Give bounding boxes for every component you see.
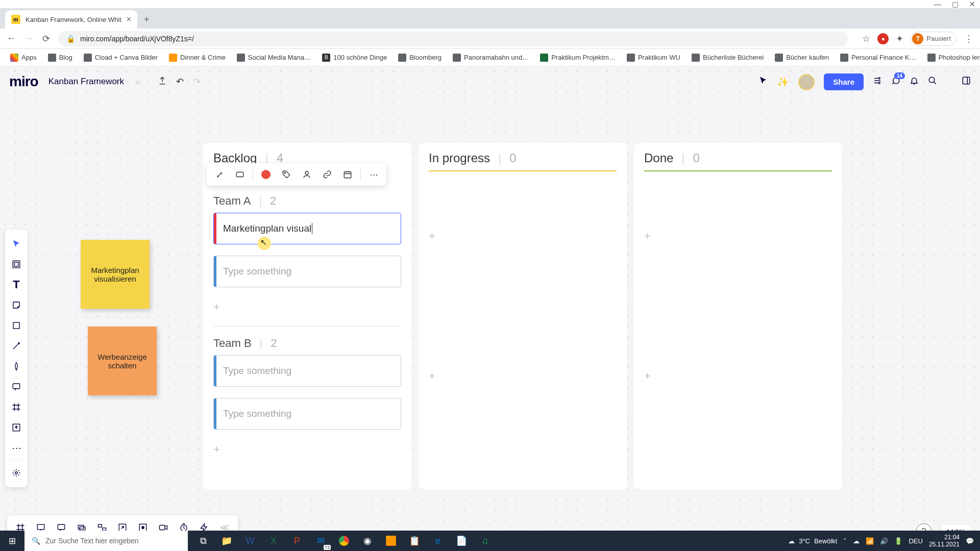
text-tool[interactable]: T (5, 274, 28, 295)
weather-widget[interactable]: ☁ 3°C Bewölkt (788, 537, 837, 545)
battery-icon[interactable]: 🔋 (894, 537, 902, 545)
bell-icon[interactable] (910, 76, 919, 88)
tab-close-icon[interactable]: × (127, 15, 131, 24)
bookmark-item[interactable]: Bloomberg (394, 52, 446, 64)
sticky-note-yellow[interactable]: Marketingplan visualisieren (81, 240, 150, 309)
settings-icon[interactable] (873, 76, 882, 88)
undo-icon[interactable]: ↶ (176, 76, 184, 87)
redo-icon[interactable]: ↷ (193, 76, 201, 87)
browser-tab-active[interactable]: m Kanban Framework, Online Whit × (5, 10, 137, 29)
bookmark-item[interactable]: Cload + Canva Bilder (80, 52, 162, 64)
sticky-tool[interactable] (5, 295, 28, 315)
kanban-column-backlog[interactable]: Backlog | 4 Team A | 2 Marketingplan vis… (203, 143, 411, 490)
more-icon[interactable]: ⋯ (365, 166, 382, 183)
add-card-button[interactable]: + (213, 441, 401, 458)
miro-logo[interactable]: miro (9, 73, 38, 90)
excel-icon[interactable]: X (262, 531, 285, 551)
new-tab-button[interactable]: + (137, 10, 156, 29)
sticky-note-orange[interactable]: Werbeanzeige schalten (88, 327, 157, 395)
bookmark-item[interactable]: Social Media Mana… (233, 52, 315, 64)
taskbar-search[interactable]: 🔍 Zur Suche Text hier eingeben (24, 531, 188, 551)
assignee-icon[interactable] (298, 166, 315, 183)
pen-tool[interactable] (5, 356, 28, 377)
card-type-icon[interactable] (231, 166, 249, 183)
taskbar-clock[interactable]: 21:04 25.11.2021 (929, 534, 960, 548)
explorer-icon[interactable]: 📁 (215, 531, 238, 551)
date-icon[interactable] (339, 166, 356, 183)
share-button[interactable]: Share (824, 73, 864, 90)
search-icon[interactable] (928, 76, 937, 88)
bookmark-apps[interactable]: Apps (6, 52, 41, 64)
star-board-icon[interactable]: ☆ (134, 77, 141, 87)
board-name[interactable]: Kanban Framework (48, 77, 124, 87)
line-tool[interactable] (5, 336, 28, 356)
collaborator-avatar[interactable] (798, 74, 815, 90)
swimlane-title[interactable]: Team A (213, 194, 251, 208)
export-icon[interactable] (158, 76, 167, 88)
card-text[interactable]: Marketingplan visual (223, 223, 311, 234)
bookmark-item[interactable]: Panoramabahn und… (449, 52, 533, 64)
chrome-icon[interactable] (333, 531, 355, 551)
bookmark-item[interactable]: Bücher kaufen (771, 52, 833, 64)
task-view-icon[interactable]: ⧉ (192, 531, 214, 551)
bookmark-item[interactable]: Praktikum Projektm… (536, 52, 620, 64)
forward-button[interactable]: → (23, 33, 34, 44)
add-card-button[interactable]: + (429, 228, 617, 245)
action-center-icon[interactable]: 💬 (966, 537, 974, 545)
volume-icon[interactable]: 🔊 (880, 537, 888, 545)
templates-tool[interactable] (5, 254, 28, 274)
maximize-button[interactable]: ▢ (951, 1, 959, 8)
close-button[interactable]: ✕ (969, 1, 976, 8)
swimlane-title[interactable]: Team B (213, 337, 252, 350)
cursor-mode-icon[interactable] (758, 76, 768, 88)
notepad-icon[interactable]: 📄 (450, 531, 473, 551)
upload-tool[interactable] (5, 417, 28, 438)
kanban-card-empty[interactable]: Type something (213, 256, 401, 287)
word-icon[interactable]: W (239, 531, 261, 551)
bookmark-item[interactable]: Personal Finance K… (836, 52, 920, 64)
bookmark-item[interactable]: Dinner & Crime (165, 52, 230, 64)
spotify-icon[interactable]: ♫ (474, 531, 496, 551)
kanban-card-editing[interactable]: Marketingplan visual (213, 213, 401, 244)
add-card-button[interactable]: + (213, 298, 401, 316)
shape-tool[interactable] (5, 315, 28, 336)
activity-panel-icon[interactable] (962, 76, 971, 88)
bookmark-item[interactable]: Photoshop lernen (923, 52, 981, 64)
frame-tool[interactable] (5, 397, 28, 417)
wifi-icon[interactable]: 📶 (866, 537, 874, 545)
link-icon[interactable] (318, 166, 336, 183)
bookmark-item[interactable]: B100 schöne Dinge (318, 52, 391, 64)
edge-icon[interactable]: e (427, 531, 449, 551)
more-tools[interactable]: ⋯ (5, 438, 28, 458)
kanban-column-progress[interactable]: In progress | 0 + + (419, 143, 627, 490)
profile-chip[interactable]: T Pausiert (911, 32, 957, 46)
chrome-menu-icon[interactable]: ⋮ (964, 33, 974, 44)
language-indicator[interactable]: DEU (909, 537, 922, 545)
extension-icon[interactable]: ● (877, 33, 889, 44)
color-picker[interactable] (257, 166, 275, 183)
add-card-button[interactable]: + (644, 367, 832, 385)
reload-button[interactable]: ⟳ (41, 33, 51, 44)
app-icon[interactable]: 📋 (403, 531, 426, 551)
miro-canvas[interactable]: miro Kanban Framework ☆ ↶ ↷ ✨ Share 14 T (0, 66, 980, 551)
url-field[interactable]: 🔒 miro.com/app/board/uXjVOf8yZ1s=/ (58, 31, 848, 46)
bookmark-star-icon[interactable]: ☆ (862, 33, 870, 44)
kanban-card-empty[interactable]: Type something (213, 355, 401, 387)
bookmark-item[interactable]: Bücherliste Bücherei (688, 52, 768, 64)
tag-icon[interactable] (278, 166, 295, 183)
bookmark-item[interactable]: Praktikum WU (623, 52, 684, 64)
obs-icon[interactable]: ◉ (356, 531, 379, 551)
bookmark-item[interactable]: Blog (44, 52, 77, 64)
ai-tool[interactable] (5, 463, 28, 483)
mail-icon[interactable]: ✉73 (309, 531, 332, 551)
app-icon[interactable]: 🟧 (380, 531, 402, 551)
expand-icon[interactable]: ⤢ (211, 166, 228, 183)
minimize-button[interactable]: — (934, 1, 941, 8)
kanban-column-done[interactable]: Done | 0 + + (634, 143, 842, 490)
onedrive-icon[interactable]: ☁ (853, 537, 860, 545)
extensions-menu-icon[interactable]: ✦ (896, 33, 903, 44)
select-tool[interactable] (5, 234, 28, 254)
tray-chevron-icon[interactable]: ˄ (843, 537, 847, 545)
comment-tool[interactable] (5, 377, 28, 397)
start-button[interactable]: ⊞ (0, 531, 24, 551)
